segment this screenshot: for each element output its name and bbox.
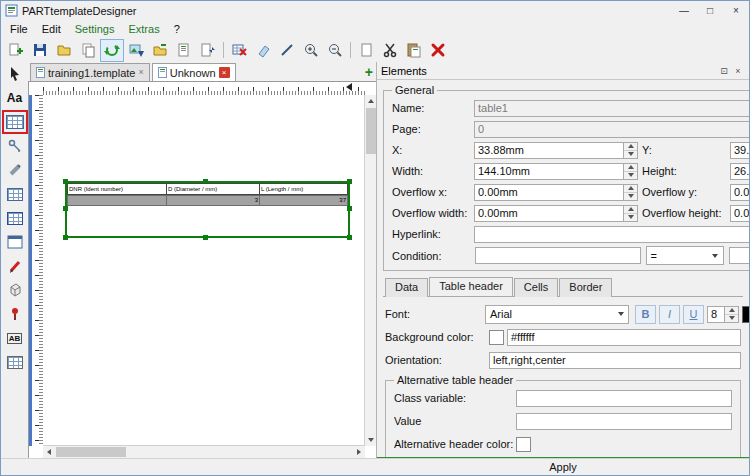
cube-icon [7, 282, 23, 298]
line-tool-button[interactable] [275, 39, 299, 62]
pin-icon[interactable]: ⊡ [717, 66, 731, 76]
overflow-y-input[interactable] [730, 184, 749, 201]
menu-help[interactable]: ? [167, 22, 187, 36]
font-select[interactable]: Arial [485, 305, 629, 324]
overflow-x-spinner[interactable] [624, 184, 638, 201]
height-input[interactable] [730, 163, 749, 180]
tab-table-header[interactable]: Table header [429, 277, 513, 296]
text-tool-button[interactable]: Aa [3, 87, 27, 109]
tab-close-icon[interactable]: × [219, 67, 230, 78]
template-page[interactable]: DNR (Ident number) D (Diameter / mm) L (… [43, 95, 365, 446]
selected-table-element[interactable]: DNR (Ident number) D (Diameter / mm) L (… [65, 181, 350, 238]
font-color-swatch[interactable] [742, 306, 749, 323]
resize-handle[interactable] [347, 206, 352, 211]
font-size-spinner[interactable] [725, 306, 739, 323]
scroll-left-icon[interactable] [43, 446, 55, 458]
tab-data[interactable]: Data [385, 278, 428, 297]
form-tool-button[interactable] [3, 231, 27, 253]
new-template-button[interactable] [4, 39, 28, 62]
zoom-out-button[interactable] [323, 39, 347, 62]
copy-page-button[interactable] [76, 39, 100, 62]
table-element[interactable]: DNR (Ident number) D (Diameter / mm) L (… [67, 183, 348, 206]
condition-operator-select[interactable]: = [646, 246, 724, 265]
new-page-button[interactable] [354, 39, 378, 62]
resize-handle[interactable] [63, 235, 68, 240]
x-spinner[interactable] [624, 142, 638, 159]
tab-training1-template[interactable]: training1.template × [30, 63, 150, 81]
cube-tool-button[interactable] [3, 279, 27, 301]
minimize-button[interactable]: — [671, 1, 697, 20]
table-tool-button[interactable] [3, 111, 27, 133]
background-color-input[interactable] [507, 329, 741, 346]
tab-close-icon[interactable]: × [138, 68, 143, 77]
menu-extras[interactable]: Extras [121, 22, 166, 36]
hyperlink-input[interactable] [474, 226, 749, 243]
tab-cells[interactable]: Cells [514, 278, 558, 297]
save-button[interactable] [28, 39, 52, 62]
menu-settings[interactable]: Settings [68, 22, 122, 36]
pin-tool-button[interactable] [3, 303, 27, 325]
pointer-tool-button[interactable] [3, 63, 27, 85]
underline-button[interactable]: U [683, 305, 704, 324]
new-template-icon [8, 42, 24, 58]
delete-button[interactable] [426, 39, 450, 62]
italic-button[interactable]: I [659, 305, 680, 324]
menu-edit[interactable]: Edit [35, 22, 68, 36]
condition-input-2[interactable] [729, 247, 750, 264]
document-button[interactable] [172, 39, 196, 62]
table-blue-icon [7, 188, 23, 201]
menu-file[interactable]: File [3, 22, 35, 36]
cut-button[interactable] [378, 39, 402, 62]
close-button[interactable]: × [723, 1, 749, 20]
maximize-button[interactable]: □ [697, 1, 723, 20]
font-size-input[interactable] [707, 306, 725, 323]
export-image-button[interactable] [124, 39, 148, 62]
table-blue-tool-button[interactable] [3, 183, 27, 205]
paste-button[interactable] [402, 39, 426, 62]
class-variable-input[interactable] [516, 390, 732, 407]
overflow-height-input[interactable] [730, 205, 749, 222]
import-folder-button[interactable] [148, 39, 172, 62]
background-color-swatch[interactable] [489, 330, 504, 345]
new-tab-button[interactable]: + [365, 64, 373, 80]
label-tool-button[interactable]: AB [3, 327, 27, 349]
value-input[interactable] [516, 413, 732, 430]
export-button[interactable] [196, 39, 220, 62]
alternative-header-color-swatch[interactable] [516, 437, 531, 452]
screw-icon [7, 162, 23, 178]
eraser-button[interactable] [251, 39, 275, 62]
width-input[interactable] [474, 163, 624, 180]
x-input[interactable] [474, 142, 624, 159]
horizontal-scrollbar[interactable] [43, 445, 365, 458]
overflow-width-spinner[interactable] [624, 205, 638, 222]
condition-input-1[interactable] [475, 247, 641, 264]
screw-tool-button[interactable] [3, 159, 27, 181]
table-add-tool-button[interactable] [3, 207, 27, 229]
overflow-x-input[interactable] [474, 184, 624, 201]
tab-border[interactable]: Border [559, 278, 612, 297]
resize-handle[interactable] [63, 206, 68, 211]
orientation-input[interactable] [489, 352, 741, 369]
tab-unknown[interactable]: Unknown × [152, 63, 236, 81]
y-input[interactable] [730, 142, 749, 159]
bold-button[interactable]: B [635, 305, 656, 324]
key-tool-button[interactable] [3, 135, 27, 157]
width-spinner[interactable] [624, 163, 638, 180]
vertical-scroll-thumb[interactable] [366, 108, 376, 154]
grid-tool-button[interactable] [3, 351, 27, 373]
apply-button[interactable]: Apply [377, 459, 749, 474]
panel-close-icon[interactable]: × [731, 66, 745, 76]
overflow-x-label: Overflow x: [392, 186, 470, 198]
scroll-right-icon[interactable] [353, 446, 365, 458]
table-delete-button[interactable] [227, 39, 251, 62]
open-button[interactable] [52, 39, 76, 62]
name-input[interactable] [474, 100, 749, 117]
resize-handle[interactable] [203, 235, 208, 240]
refresh-button[interactable] [100, 39, 124, 62]
horizontal-scroll-thumb[interactable] [56, 447, 126, 457]
resize-handle[interactable] [347, 235, 352, 240]
zoom-in-button[interactable] [299, 39, 323, 62]
overflow-width-input[interactable] [474, 205, 624, 222]
page-input[interactable] [474, 121, 749, 138]
pencil-tool-button[interactable] [3, 255, 27, 277]
